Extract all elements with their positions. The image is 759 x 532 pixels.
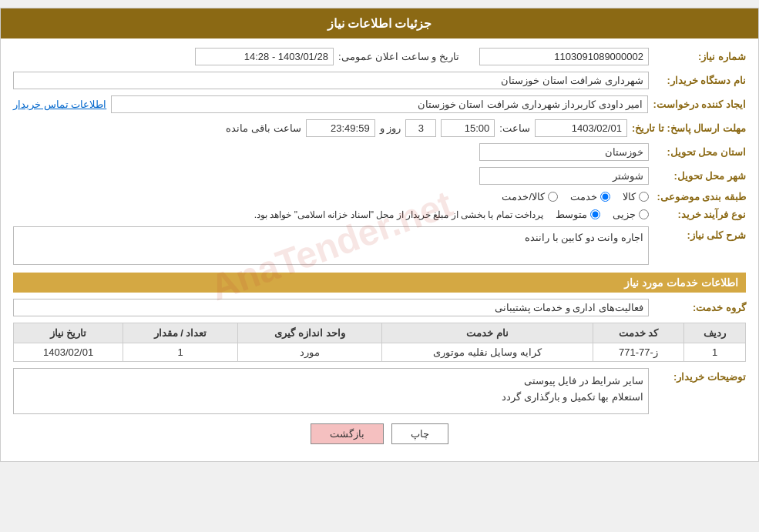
category-radio-kala[interactable] xyxy=(639,192,649,202)
need-description-label: شرح کلی نیاز: xyxy=(653,229,746,241)
cell-date: 1403/02/01 xyxy=(14,343,123,362)
service-group-label: گروه خدمت: xyxy=(653,302,746,313)
purchase-type-row: نوع فرآیند خرید: جزیی متوسط پرداخت تمام … xyxy=(13,209,746,220)
col-row: ردیف xyxy=(684,323,746,343)
purchase-type-jozii: جزیی xyxy=(613,209,649,220)
send-remaining-label: ساعت باقی مانده xyxy=(226,122,301,134)
purchase-motavasset-label: متوسط xyxy=(556,209,587,220)
button-row: چاپ بازگشت xyxy=(13,423,746,444)
announce-label: تاریخ و ساعت اعلان عمومی: xyxy=(338,51,459,62)
need-description-box: اجاره وانت دو کابین با راننده xyxy=(13,226,649,265)
send-days: 3 xyxy=(405,119,436,137)
cell-qty: 1 xyxy=(123,343,238,362)
cell-unit: مورد xyxy=(237,343,381,362)
print-button[interactable]: چاپ xyxy=(391,423,448,444)
city-label: شهر محل تحویل: xyxy=(653,170,746,182)
need-number-row: شماره نیاز: 1103091089000002 تاریخ و ساع… xyxy=(13,48,746,65)
content-area: شماره نیاز: 1103091089000002 تاریخ و ساع… xyxy=(1,38,758,461)
col-unit: واحد اندازه گیری xyxy=(237,323,381,343)
cell-row: 1 xyxy=(684,343,746,362)
buyer-notes-box: سایر شرایط در فایل پیوستی استعلام بها تک… xyxy=(13,368,649,414)
service-group-row: گروه خدمت: فعالیت‌های اداری و خدمات پشتی… xyxy=(13,299,746,316)
category-radio-khedmat[interactable] xyxy=(600,192,610,202)
cell-code: ز-77-771 xyxy=(593,343,684,362)
send-deadline-label: مهلت ارسال پاسخ: تا تاریخ: xyxy=(632,122,746,134)
buyer-org-value: شهرداری شرافت استان خوزستان xyxy=(13,72,649,89)
service-group-value: فعالیت‌های اداری و خدمات پشتیبانی xyxy=(13,299,649,316)
back-button[interactable]: بازگشت xyxy=(311,423,384,444)
col-name: نام خدمت xyxy=(382,323,593,343)
cell-name: کرایه وسایل نقلیه موتوری xyxy=(382,343,593,362)
buyer-org-row: نام دستگاه خریدار: شهرداری شرافت استان خ… xyxy=(13,72,746,89)
send-time-label: ساعت: xyxy=(499,122,530,134)
contact-link[interactable]: اطلاعات تماس خریدار xyxy=(13,99,106,110)
header-title-text: جزئیات اطلاعات نیاز xyxy=(327,17,432,30)
buyer-notes-line2: استعلام بها تکمیل و بارگذاری گردد xyxy=(18,390,643,406)
buyer-notes-line1: سایر شرایط در فایل پیوستی xyxy=(18,373,643,390)
col-date: تاریخ نیاز xyxy=(14,323,123,343)
purchase-radio-motavasset[interactable] xyxy=(590,209,600,219)
creator-label: ایجاد کننده درخواست: xyxy=(653,99,746,110)
category-label: طبقه بندی موضوعی: xyxy=(653,191,746,202)
col-qty: تعداد / مقدار xyxy=(123,323,238,343)
col-code: کد خدمت xyxy=(593,323,684,343)
purchase-type-note: پرداخت تمام یا بخشی از مبلغ خریدار از مح… xyxy=(254,209,543,220)
table-header-row: ردیف کد خدمت نام خدمت واحد اندازه گیری ت… xyxy=(14,323,746,343)
send-days-label: روز و xyxy=(380,122,401,134)
category-row: طبقه بندی موضوعی: کالا خدمت کالا/خدمت xyxy=(13,191,746,202)
province-label: استان محل تحویل: xyxy=(653,146,746,158)
province-row: استان محل تحویل: خوزستان xyxy=(13,143,746,161)
purchase-jozii-label: جزیی xyxy=(613,209,636,220)
category-radio-group: کالا خدمت کالا/خدمت xyxy=(502,191,649,202)
need-description-row: شرح کلی نیاز: اجاره وانت دو کابین با ران… xyxy=(13,226,746,265)
send-remaining: 23:49:59 xyxy=(306,119,375,137)
city-value: شوشتر xyxy=(479,167,649,185)
purchase-type-radio-group: جزیی متوسط xyxy=(556,209,649,220)
send-time: 15:00 xyxy=(441,119,495,137)
announce-value: 1403/01/28 - 14:28 xyxy=(195,48,334,65)
category-both-label: کالا/خدمت xyxy=(502,191,545,202)
need-number-label: شماره نیاز: xyxy=(653,51,746,62)
need-number-value: 1103091089000002 xyxy=(479,48,649,65)
creator-row: ایجاد کننده درخواست: امیر داودی کاربرداز… xyxy=(13,95,746,113)
services-section-title: اطلاعات خدمات مورد نیاز xyxy=(13,273,746,293)
category-option-kala: کالا xyxy=(623,191,649,202)
page-title: جزئیات اطلاعات نیاز xyxy=(1,8,758,38)
province-value: خوزستان xyxy=(479,143,649,161)
buyer-notes-label: توضیحات خریدار: xyxy=(653,371,746,383)
services-table: ردیف کد خدمت نام خدمت واحد اندازه گیری ت… xyxy=(13,323,746,362)
send-deadline-row: مهلت ارسال پاسخ: تا تاریخ: 1403/02/01 سا… xyxy=(13,119,746,137)
purchase-type-motavasset: متوسط xyxy=(556,209,600,220)
category-option-both: کالا/خدمت xyxy=(502,191,558,202)
creator-value: امیر داودی کاربرداز شهرداری شرافت استان … xyxy=(111,95,648,113)
purchase-radio-jozii[interactable] xyxy=(639,209,649,219)
main-container: جزئیات اطلاعات نیاز شماره نیاز: 11030910… xyxy=(0,8,759,462)
city-row: شهر محل تحویل: شوشتر xyxy=(13,167,746,185)
purchase-type-label: نوع فرآیند خرید: xyxy=(653,209,746,220)
send-date: 1403/02/01 xyxy=(535,119,627,137)
category-radio-both[interactable] xyxy=(548,192,558,202)
buyer-org-label: نام دستگاه خریدار: xyxy=(653,75,746,86)
category-kala-label: کالا xyxy=(623,191,636,202)
category-khedmat-label: خدمت xyxy=(570,191,597,202)
category-option-khedmat: خدمت xyxy=(570,191,610,202)
buyer-notes-section: توضیحات خریدار: سایر شرایط در فایل پیوست… xyxy=(13,368,746,414)
table-row: 1 ز-77-771 کرایه وسایل نقلیه موتوری مورد… xyxy=(14,343,746,362)
need-description-value: اجاره وانت دو کابین با راننده xyxy=(525,232,643,243)
